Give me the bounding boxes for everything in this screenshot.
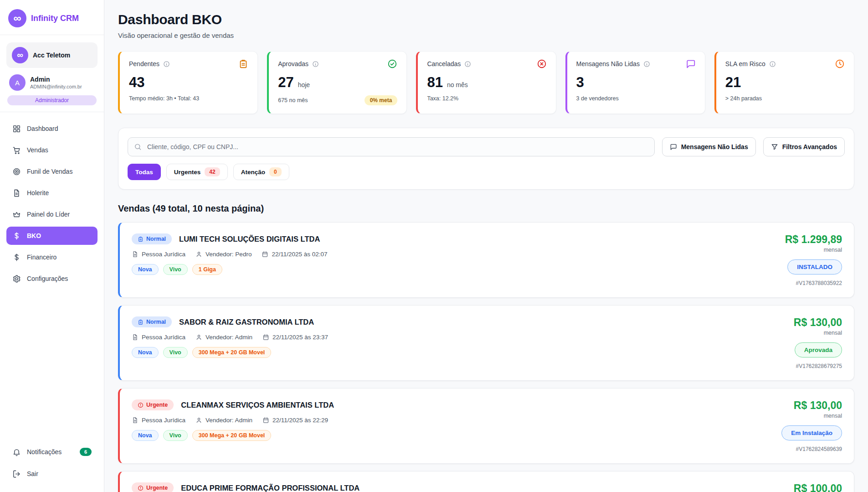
vendor: Vendedor: Pedro [195, 251, 252, 258]
brand-name: Infinity CRM [31, 14, 79, 23]
info-icon[interactable] [769, 61, 776, 67]
stat-type-icon [686, 59, 696, 69]
stat-card: SLA em Risco 21 > 24h paradas [714, 51, 854, 114]
advanced-filters-button[interactable]: Filtros Avançados [763, 137, 845, 156]
sidebar-menu-item[interactable]: Vendas [6, 141, 98, 159]
calendar-icon [262, 251, 268, 258]
filter-chip[interactable]: Atenção 0 [233, 164, 289, 180]
company-name: LUMI TECH SOLUÇÕES DIGITAIS LTDA [179, 235, 320, 243]
divider [0, 112, 104, 112]
sale-id: #V1763788035922 [796, 280, 842, 286]
stat-type-icon [238, 59, 248, 69]
priority-badge-label: Normal [146, 319, 166, 325]
menu-item-label: Configurações [27, 275, 68, 282]
sale-tag: 300 Mega + 20 GB Movel [192, 430, 272, 441]
sidebar-menu-item[interactable]: Financeiro [6, 248, 98, 266]
infinity-logo-icon: ∞ [8, 9, 26, 27]
person-icon [195, 417, 202, 424]
stat-card: Pendentes 43 Tempo médio: 3h • Total: 43 [118, 51, 258, 114]
sidebar-menu-item[interactable]: Configurações [6, 269, 98, 288]
account-selector[interactable]: ∞ Acc Teletom [6, 42, 98, 68]
stat-label: Pendentes [129, 60, 159, 67]
stat-footer-text: 3 de vendedores [576, 95, 619, 102]
person-type: Pessoa Jurídica [132, 251, 185, 258]
stat-value-suffix: no mês [447, 81, 468, 88]
company-name: CLEANMAX SERVIÇOS AMBIENTAIS LTDA [181, 401, 334, 409]
calendar-icon [262, 334, 269, 341]
sidebar-footer-item[interactable]: Sair [6, 465, 98, 483]
menu-item-label: Funil de Vendas [27, 168, 72, 175]
priority-badge: Urgente [132, 399, 174, 410]
sale-tags: Nova Vivo 300 Mega + 20 GB Movel [132, 347, 328, 358]
sale-card[interactable]: Urgente EDUCA PRIME FORMAÇÃO PROFISSIONA… [118, 471, 854, 492]
stat-label: SLA em Risco [725, 60, 765, 67]
document-icon [132, 334, 139, 341]
search-input[interactable] [128, 137, 655, 156]
sidebar-menu-item[interactable]: Holerite [6, 184, 98, 202]
menu-item-icon [12, 189, 21, 197]
stat-type-icon [387, 59, 397, 69]
sales-list: Normal LUMI TECH SOLUÇÕES DIGITAIS LTDA … [118, 222, 854, 492]
vendor: Vendedor: Admin [195, 334, 252, 341]
sale-price: R$ 100,00 [794, 482, 842, 492]
stat-type-icon [537, 59, 547, 69]
status-badge: Aprovada [795, 342, 842, 357]
sidebar-footer-item[interactable]: Notificações 6 [6, 443, 98, 461]
user-avatar: A [9, 74, 26, 91]
menu-item-icon [12, 146, 21, 155]
company-name: SABOR & RAIZ GASTRONOMIA LTDA [179, 318, 314, 326]
priority-badge-icon [138, 402, 144, 408]
unread-messages-button[interactable]: Mensagens Não Lidas [662, 137, 756, 156]
filter-chip[interactable]: Urgentes 42 [166, 164, 228, 180]
unread-messages-button-label: Mensagens Não Lidas [681, 143, 748, 150]
sale-tag: Nova [132, 430, 159, 441]
priority-badge: Normal [132, 316, 172, 327]
menu-item-label: Holerite [27, 189, 49, 197]
account-name: Acc Teletom [33, 52, 70, 59]
priority-badge: Urgente [132, 482, 174, 492]
footer-item-label: Sair [27, 470, 38, 477]
sidebar-menu-item[interactable]: Funil de Vendas [6, 162, 98, 181]
info-icon[interactable] [464, 61, 471, 67]
brand: ∞ Infinity CRM [6, 6, 98, 35]
filter-chip-label: Todas [135, 169, 153, 176]
menu-item-icon [12, 274, 21, 283]
person-type: Pessoa Jurídica [132, 334, 185, 341]
sale-tags: Nova Vivo 1 Giga [132, 264, 328, 275]
filter-chip-count: 0 [269, 167, 282, 176]
menu-item-label: Painel do Líder [27, 211, 70, 218]
filter-chip[interactable]: Todas [128, 164, 161, 180]
sidebar-footer: Notificações 6 Sair [6, 443, 98, 483]
sale-price-period: mensal [824, 413, 842, 419]
sale-card[interactable]: Normal SABOR & RAIZ GASTRONOMIA LTDA Pes… [118, 305, 854, 381]
sidebar-spacer [6, 288, 98, 443]
stat-value-suffix: hoje [298, 81, 310, 88]
sidebar-menu-item[interactable]: BKO [6, 227, 98, 245]
stat-footer-text: > 24h paradas [725, 95, 762, 102]
sale-card[interactable]: Normal LUMI TECH SOLUÇÕES DIGITAIS LTDA … [118, 222, 854, 298]
person-type: Pessoa Jurídica [132, 417, 185, 424]
main-content: Dashboard BKO Visão operacional e gestão… [104, 0, 868, 492]
stat-footer-text: 675 no mês [278, 97, 308, 104]
menu-item-icon [12, 167, 21, 176]
menu-item-icon [12, 210, 21, 219]
advanced-filters-button-label: Filtros Avançados [782, 143, 837, 150]
sale-tag: Nova [132, 264, 159, 275]
info-icon[interactable] [312, 61, 319, 67]
info-icon[interactable] [163, 61, 170, 67]
search-panel: Mensagens Não Lidas Filtros Avançados To… [118, 128, 854, 190]
sale-price: R$ 130,00 [794, 316, 842, 329]
sale-price: R$ 1.299,89 [785, 233, 842, 246]
filter-chip-label: Atenção [241, 169, 265, 176]
stat-footer-text: Tempo médio: 3h • Total: 43 [129, 95, 199, 102]
sale-price-period: mensal [824, 247, 842, 253]
stat-type-icon [835, 59, 845, 69]
sidebar-menu: Dashboard Vendas Funil de Vendas Holerit… [6, 119, 98, 288]
sale-card[interactable]: Urgente CLEANMAX SERVIÇOS AMBIENTAIS LTD… [118, 388, 854, 464]
sidebar-menu-item[interactable]: Painel do Líder [6, 205, 98, 223]
info-icon[interactable] [643, 61, 650, 67]
menu-item-label: Dashboard [27, 125, 58, 132]
sidebar-menu-item[interactable]: Dashboard [6, 119, 98, 138]
priority-badge-icon [138, 485, 144, 491]
stat-card: Canceladas 81 no mês Taxa: 12.2% [416, 51, 556, 114]
